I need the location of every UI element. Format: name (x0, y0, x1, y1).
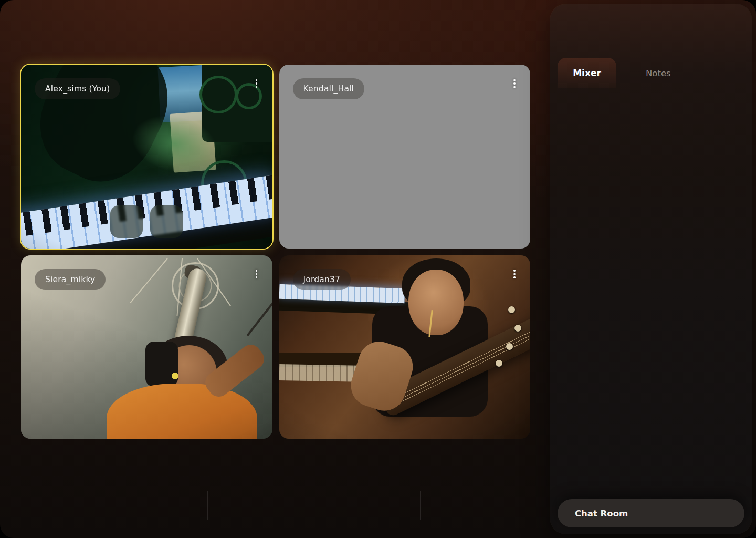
tile-menu-kebab-icon[interactable] (508, 76, 521, 91)
video-tile-jordan[interactable]: Jordan37 (279, 255, 531, 439)
window-controls (10, 10, 39, 17)
tile-mic-button[interactable] (110, 205, 143, 238)
app-window: Alex_sims (You) Kendall_Hall (0, 0, 756, 538)
minimize-window-button[interactable] (22, 10, 28, 17)
participant-name-label: Alex_sims (You) (35, 78, 120, 99)
tile-camera-button[interactable] (150, 205, 183, 238)
tab-mixer[interactable]: Mixer (558, 58, 616, 88)
video-grid: Alex_sims (You) Kendall_Hall (21, 65, 530, 439)
chat-room-bar[interactable]: Chat Room (558, 499, 744, 527)
chat-room-label: Chat Room (575, 509, 628, 519)
participant-name-label: Siera_mikky (35, 269, 106, 290)
participant-name-label: Jordan37 (293, 269, 351, 290)
sidebar-tabs: Mixer Notes (558, 58, 744, 88)
participant-mixer-cards (561, 104, 741, 534)
tab-notes[interactable]: Notes (646, 68, 671, 78)
mixer-sidebar-panel: Mixer Notes Chat Room (550, 4, 752, 534)
self-tile-controls (110, 205, 183, 238)
close-window-button[interactable] (10, 10, 17, 17)
toolbar-divider (207, 491, 208, 520)
participant-name-label: Kendall_Hall (293, 78, 365, 99)
tile-menu-kebab-icon[interactable] (250, 267, 263, 282)
tile-menu-kebab-icon[interactable] (508, 267, 521, 282)
video-tile-alex[interactable]: Alex_sims (You) (21, 65, 272, 249)
toolbar-divider (420, 491, 421, 520)
video-tile-kendall-screenshare[interactable]: Kendall_Hall (279, 65, 531, 249)
maximize-window-button[interactable] (33, 10, 39, 17)
tile-menu-kebab-icon[interactable] (250, 76, 263, 91)
video-tile-siera[interactable]: Siera_mikky (21, 255, 272, 439)
